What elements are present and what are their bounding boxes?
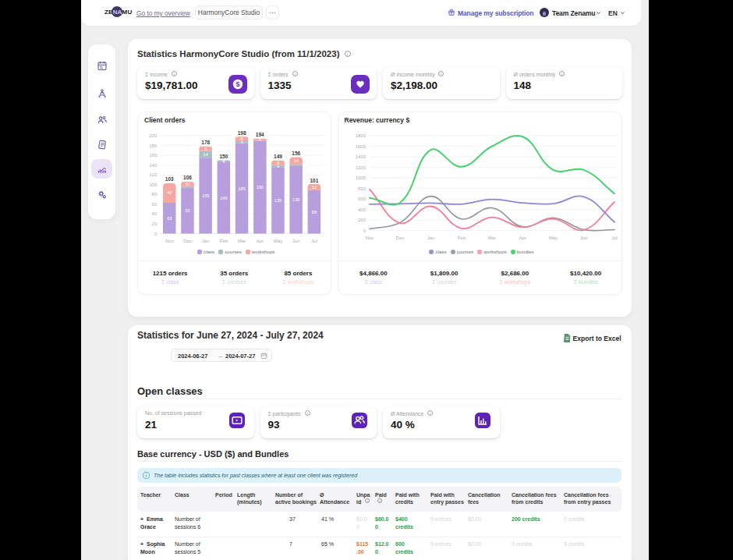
svg-text:0: 0 — [154, 232, 158, 236]
svg-text:Nov: Nov — [365, 236, 374, 240]
svg-text:800: 800 — [357, 186, 366, 191]
svg-text:140: 140 — [149, 163, 158, 168]
svg-text:14: 14 — [204, 152, 208, 157]
svg-text:4: 4 — [222, 159, 225, 164]
svg-text:156: 156 — [292, 151, 300, 156]
svg-text:1800: 1800 — [355, 133, 366, 138]
svg-text:100: 100 — [149, 183, 158, 187]
svg-text:Jun: Jun — [292, 239, 300, 243]
svg-text:Jan: Jan — [427, 236, 434, 240]
svg-text:190: 190 — [257, 185, 264, 190]
svg-text:150: 150 — [219, 154, 228, 159]
svg-text:136: 136 — [274, 198, 282, 203]
svg-text:194: 194 — [256, 132, 264, 137]
svg-text:120: 120 — [149, 172, 158, 177]
svg-text:Dec: Dec — [395, 236, 404, 240]
svg-text:200: 200 — [357, 218, 366, 222]
svg-text:149: 149 — [274, 154, 282, 159]
svg-text:Feb: Feb — [220, 239, 228, 243]
svg-text:20: 20 — [152, 222, 158, 226]
svg-text:139: 139 — [292, 197, 299, 202]
svg-text:63: 63 — [167, 216, 172, 221]
svg-text:180: 180 — [149, 144, 158, 148]
svg-text:0: 0 — [363, 229, 366, 233]
svg-text:198: 198 — [238, 130, 246, 136]
svg-text:Jun: Jun — [579, 236, 587, 240]
svg-text:178: 178 — [201, 140, 210, 145]
svg-text:Jan: Jan — [202, 239, 210, 243]
svg-text:1200: 1200 — [355, 165, 366, 170]
svg-text:Mar: Mar — [238, 239, 246, 243]
svg-text:Jul: Jul — [311, 239, 317, 243]
svg-text:Dec: Dec — [183, 239, 192, 243]
svg-text:Apr: Apr — [257, 239, 264, 243]
svg-text:12: 12 — [312, 185, 317, 190]
svg-text:146: 146 — [220, 196, 227, 200]
svg-text:40: 40 — [167, 190, 172, 195]
svg-text:May: May — [548, 236, 557, 240]
svg-text:101: 101 — [310, 178, 318, 183]
svg-text:400: 400 — [357, 207, 366, 212]
svg-text:160: 160 — [149, 153, 158, 158]
svg-text:1000: 1000 — [355, 175, 366, 180]
svg-text:185: 185 — [238, 186, 245, 191]
svg-text:600: 600 — [357, 197, 366, 201]
svg-text:60: 60 — [152, 202, 158, 207]
svg-text:80: 80 — [152, 192, 158, 197]
svg-text:Apr: Apr — [519, 236, 526, 240]
svg-text:106: 106 — [183, 175, 192, 180]
svg-text:155: 155 — [202, 193, 209, 198]
svg-text:40: 40 — [152, 211, 158, 216]
svg-text:$: $ — [235, 80, 239, 88]
svg-text:200: 200 — [149, 133, 158, 138]
svg-text:9: 9 — [277, 161, 279, 165]
svg-text:Jul: Jul — [611, 236, 618, 240]
svg-text:Nov: Nov — [165, 239, 174, 243]
svg-text:14: 14 — [294, 158, 299, 163]
svg-text:9: 9 — [204, 147, 207, 151]
svg-text:9: 9 — [241, 136, 243, 141]
svg-text:93: 93 — [185, 208, 189, 213]
svg-text:1600: 1600 — [355, 144, 366, 149]
svg-text:May: May — [274, 239, 282, 243]
svg-text:10: 10 — [185, 182, 189, 186]
svg-text:Mar: Mar — [487, 236, 495, 240]
svg-text:103: 103 — [165, 176, 174, 182]
svg-text:1400: 1400 — [355, 154, 366, 159]
svg-text:Feb: Feb — [457, 236, 466, 240]
svg-text:4: 4 — [259, 137, 261, 142]
svg-text:89: 89 — [312, 210, 317, 214]
